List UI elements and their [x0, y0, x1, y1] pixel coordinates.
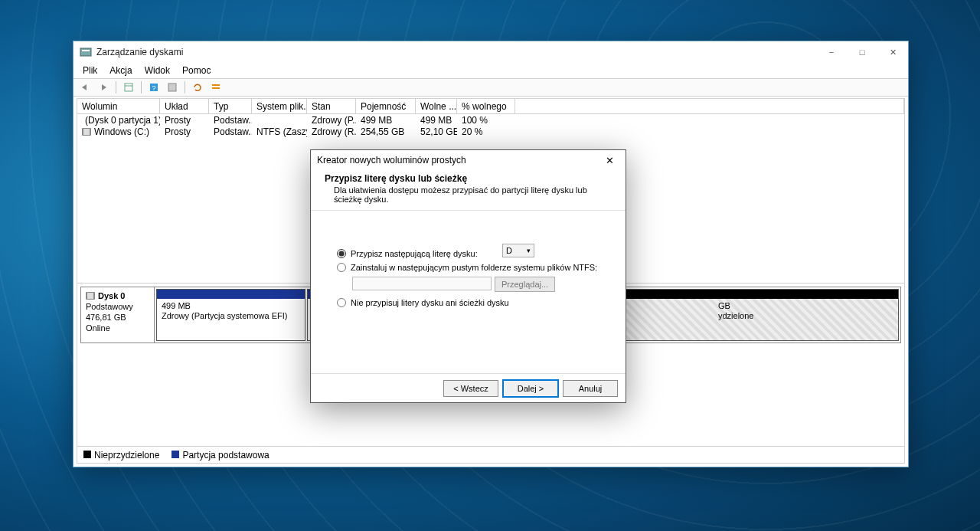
col-pctfree[interactable]: % wolnego — [457, 99, 515, 113]
back-button[interactable] — [77, 80, 93, 95]
radio-no-assign[interactable] — [337, 298, 346, 307]
col-empty — [515, 99, 904, 113]
dialog-button-row: < Wstecz Dalej > Anuluj — [311, 373, 626, 402]
menu-view[interactable]: Widok — [140, 64, 175, 77]
disk-icon — [86, 292, 95, 300]
col-type[interactable]: Typ — [209, 99, 252, 113]
menu-action[interactable]: Akcja — [105, 64, 136, 77]
close-button[interactable]: ✕ — [877, 41, 908, 63]
svg-rect-0 — [80, 48, 91, 56]
svg-rect-5 — [168, 84, 176, 91]
cancel-button[interactable]: Anuluj — [563, 380, 618, 397]
volume-icon — [82, 128, 91, 136]
dialog-heading: Przypisz literę dysku lub ścieżkę — [325, 173, 612, 184]
toolbar-action-icon[interactable] — [120, 80, 137, 95]
legend-unallocated-swatch — [83, 451, 91, 458]
col-volume[interactable]: Wolumin — [77, 99, 160, 113]
maximize-button[interactable]: □ — [847, 41, 877, 63]
minimize-button[interactable]: − — [816, 41, 847, 63]
col-fs[interactable]: System plik... — [252, 99, 307, 113]
help-icon[interactable]: ? — [145, 80, 162, 95]
refresh-icon[interactable] — [189, 80, 206, 95]
dialog-titlebar[interactable]: Kreator nowych woluminów prostych ✕ — [311, 150, 626, 170]
table-body: (Dysk 0 partycja 1) Prosty Podstaw... Zd… — [77, 114, 904, 137]
dialog-body: Przypisz następującą literę dysku: Zains… — [311, 211, 626, 373]
list-icon[interactable] — [207, 80, 224, 95]
col-capacity[interactable]: Pojemność — [356, 99, 416, 113]
dialog-title: Kreator nowych woluminów prostych — [317, 155, 599, 166]
disk-info: Dysk 0 Podstawowy 476,81 GB Online — [81, 287, 155, 343]
label-no-assign: Nie przypisuj litery dysku ani ścieżki d… — [351, 298, 509, 307]
svg-rect-7 — [212, 87, 220, 89]
window-title: Zarządzanie dyskami — [96, 47, 816, 57]
menu-help[interactable]: Pomoc — [178, 64, 215, 77]
toolbar: ? — [74, 78, 908, 97]
radio-mount-folder[interactable] — [337, 263, 346, 272]
toolbar-icon[interactable] — [164, 80, 181, 95]
svg-rect-6 — [212, 84, 220, 86]
mount-path-input — [352, 277, 492, 290]
dialog-subheading: Dla ułatwienia dostępu możesz przypisać … — [325, 185, 612, 204]
app-icon — [80, 46, 92, 58]
radio-assign-letter[interactable] — [337, 249, 346, 258]
drive-letter-select[interactable]: D — [502, 244, 534, 257]
menu-file[interactable]: Plik — [78, 64, 102, 77]
col-free[interactable]: Wolne ... — [416, 99, 457, 113]
dialog-close-button[interactable]: ✕ — [599, 152, 619, 168]
table-header: Wolumin Układ Typ System plik... Stan Po… — [77, 99, 904, 114]
dialog-header: Przypisz literę dysku lub ścieżkę Dla uł… — [311, 170, 626, 211]
legend: Nieprzydzielone Partycja podstawowa — [77, 446, 904, 463]
title-bar[interactable]: Zarządzanie dyskami − □ ✕ — [74, 41, 908, 63]
table-row[interactable]: (Dysk 0 partycja 1) Prosty Podstaw... Zd… — [77, 114, 904, 126]
svg-text:?: ? — [152, 84, 155, 92]
svg-rect-1 — [82, 50, 90, 51]
label-mount-folder: Zainstaluj w następującym pustym folderz… — [351, 263, 597, 272]
partition-efi[interactable]: 499 MB Zdrowy (Partycja systemowa EFI) — [156, 289, 305, 341]
col-status[interactable]: Stan — [307, 99, 356, 113]
forward-button[interactable] — [95, 80, 112, 95]
next-button[interactable]: Dalej > — [503, 380, 558, 397]
legend-primary-swatch — [172, 451, 179, 458]
table-row[interactable]: Windows (C:) Prosty Podstaw... NTFS (Zas… — [77, 126, 904, 137]
back-button[interactable]: < Wstecz — [443, 380, 498, 397]
new-volume-wizard-dialog: Kreator nowych woluminów prostych ✕ Przy… — [310, 149, 626, 403]
browse-button: Przeglądaj... — [495, 277, 555, 292]
col-layout[interactable]: Układ — [160, 99, 209, 113]
svg-rect-2 — [125, 84, 132, 91]
label-assign-letter: Przypisz następującą literę dysku: — [351, 249, 478, 258]
menu-bar: Plik Akcja Widok Pomoc — [74, 63, 908, 78]
